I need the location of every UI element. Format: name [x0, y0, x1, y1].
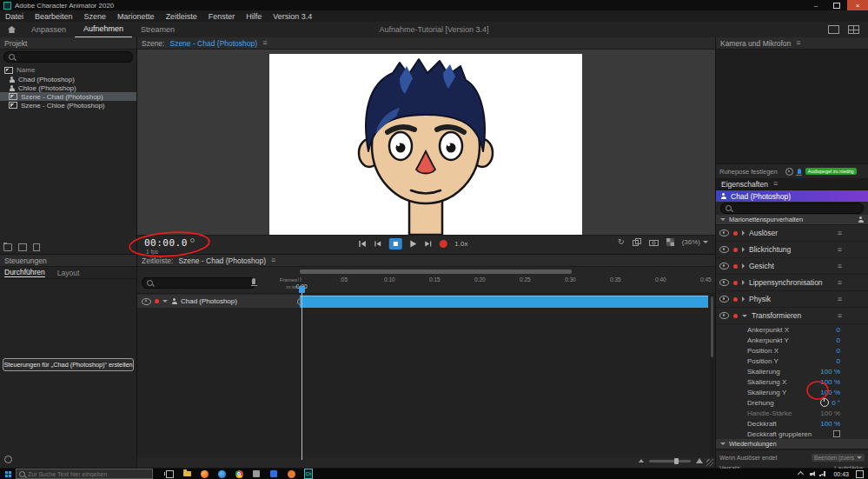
workspace-tab-streamen[interactable]: Streamen: [132, 22, 183, 37]
tab-layout[interactable]: Layout: [57, 269, 80, 277]
scene-panel-menu-icon[interactable]: ≡: [262, 39, 267, 47]
project-item-chloe[interactable]: Chloe (Photoshop): [0, 83, 136, 92]
play-button[interactable]: [409, 240, 416, 248]
previous-frame-button[interactable]: [374, 240, 381, 248]
prop-value[interactable]: 0: [837, 336, 840, 344]
properties-panel-menu-icon[interactable]: ≡: [773, 180, 778, 188]
timecode-display[interactable]: 00:00.0: [144, 237, 195, 249]
webcam-icon[interactable]: [785, 168, 793, 176]
menu-version[interactable]: Version 3.4: [273, 12, 312, 21]
visibility-eye-icon[interactable]: [719, 312, 729, 319]
prop-value[interactable]: 100 %: [820, 378, 840, 386]
behavior-menu-icon[interactable]: ≡: [838, 263, 842, 270]
chrome-icon[interactable]: [235, 469, 243, 478]
zoom-value[interactable]: (36%): [682, 238, 700, 246]
visibility-eye-icon[interactable]: [719, 279, 729, 286]
timeline-rows-area[interactable]: [137, 308, 715, 457]
behavior-menu-icon[interactable]: ≡: [838, 312, 842, 320]
firefox-icon[interactable]: [200, 469, 209, 478]
prop-value[interactable]: 0: [837, 326, 840, 334]
stream-monitor-icon[interactable]: [828, 25, 839, 34]
home-icon[interactable]: [8, 26, 16, 33]
clock[interactable]: 00:43: [833, 471, 849, 477]
prop-value[interactable]: 100 %: [820, 409, 840, 417]
chevron-right-icon[interactable]: [742, 280, 745, 285]
chevron-right-icon[interactable]: [742, 263, 745, 269]
jump-to-start-button[interactable]: [358, 240, 366, 248]
timeline-ruler[interactable]: Frames m:ss 0 :05 0:10 0:15 0:20 0:25 0:…: [137, 276, 715, 294]
transparency-grid-icon[interactable]: [666, 238, 674, 246]
behavior-row-blickrichtung[interactable]: Blickrichtung ≡: [716, 242, 868, 258]
speaker-icon[interactable]: [810, 473, 812, 476]
track-duration-bar[interactable]: [300, 296, 708, 309]
prop-value[interactable]: 100 %: [820, 368, 840, 376]
camera-icon[interactable]: [649, 239, 659, 246]
gear-icon[interactable]: [4, 456, 12, 463]
visibility-eye-icon[interactable]: [719, 296, 729, 303]
prop-value[interactable]: 0: [837, 347, 840, 355]
arm-record-dot[interactable]: [733, 264, 738, 269]
timecode-value[interactable]: 00:00.0: [144, 237, 188, 249]
taskbar-search-input[interactable]: [28, 471, 149, 477]
behavior-menu-icon[interactable]: ≡: [838, 279, 842, 287]
close-button[interactable]: ×: [847, 0, 868, 10]
project-item-szene-chad[interactable]: Szene - Chad (Photoshop): [0, 92, 136, 101]
taskbar-search[interactable]: [16, 469, 153, 479]
track-header[interactable]: Chad (Photoshop): [137, 295, 308, 308]
timeline-zoom-slider[interactable]: [649, 460, 691, 462]
project-item-chad[interactable]: Chad (Photoshop): [0, 75, 136, 83]
stop-button[interactable]: [388, 238, 401, 249]
visibility-eye-icon[interactable]: [719, 263, 729, 269]
behavior-menu-icon[interactable]: ≡: [838, 296, 842, 303]
arm-record-dot[interactable]: [733, 297, 738, 302]
playback-speed[interactable]: 1.0x: [454, 240, 467, 248]
new-folder-icon[interactable]: [3, 243, 12, 251]
panel-resize-grip[interactable]: [706, 459, 713, 466]
menu-zeitleiste[interactable]: Zeitleiste: [166, 12, 197, 21]
camera-panel-menu-icon[interactable]: ≡: [796, 39, 800, 47]
network-icon[interactable]: [819, 471, 826, 476]
arm-record-dot[interactable]: [733, 281, 738, 285]
workspace-tab-aufnehmen[interactable]: Aufnehmen: [75, 21, 132, 38]
project-search-input[interactable]: [3, 51, 133, 63]
notification-center-icon[interactable]: [856, 470, 864, 478]
selected-puppet-bar[interactable]: Chad (Photoshop): [716, 190, 868, 202]
tab-eigenschaften[interactable]: Eigenschaften: [721, 180, 768, 189]
chevron-down-icon[interactable]: [742, 315, 747, 317]
character-animator-taskbar-icon[interactable]: Ch: [304, 469, 313, 478]
behavior-row-lippensync[interactable]: Lippensynchronisation ≡: [716, 275, 868, 291]
arm-record-dot[interactable]: [733, 248, 738, 252]
scene-canvas[interactable]: [269, 54, 582, 235]
properties-search-input[interactable]: [720, 203, 864, 214]
trash-icon[interactable]: [33, 243, 40, 251]
tray-expand-icon[interactable]: [798, 470, 804, 476]
prop-value[interactable]: 0: [837, 357, 840, 365]
new-scene-icon[interactable]: [18, 243, 27, 251]
rotation-dial-icon[interactable]: [820, 398, 829, 407]
menu-bearbeiten[interactable]: Bearbeiten: [35, 12, 73, 21]
group-opacity-checkbox[interactable]: [833, 430, 840, 437]
slider-thumb[interactable]: [674, 458, 679, 464]
rest-pose-label[interactable]: Ruhepose festlegen: [719, 168, 778, 176]
pinned-app-icon[interactable]: [287, 469, 295, 478]
timeline-zoom-scrollbar[interactable]: [300, 269, 572, 274]
trigger-end-dropdown[interactable]: Beenden (zuers: [812, 454, 865, 462]
timecode-menu-icon[interactable]: [190, 238, 195, 243]
pinned-app-icon[interactable]: [252, 469, 261, 478]
record-button[interactable]: [439, 240, 447, 248]
zoom-out-icon[interactable]: [639, 459, 644, 462]
tab-durchfuehren[interactable]: Durchführen: [4, 268, 45, 277]
chevron-right-icon[interactable]: [742, 296, 745, 302]
menu-marionette[interactable]: Marionette: [117, 12, 155, 21]
microphone-icon[interactable]: [798, 169, 801, 174]
project-item-szene-chloe[interactable]: Szene - Chloe (Photoshop): [0, 101, 136, 110]
prop-value[interactable]: 0 °: [832, 399, 840, 407]
loop-icon[interactable]: ↻: [618, 238, 625, 246]
maximize-button[interactable]: [826, 0, 847, 10]
start-button[interactable]: [0, 473, 16, 476]
edge-icon[interactable]: [217, 469, 226, 478]
timeline-panel-menu-icon[interactable]: ≡: [271, 256, 275, 264]
menu-fenster[interactable]: Fenster: [209, 12, 235, 21]
chevron-right-icon[interactable]: [742, 247, 745, 252]
visibility-eye-icon[interactable]: [719, 230, 729, 236]
